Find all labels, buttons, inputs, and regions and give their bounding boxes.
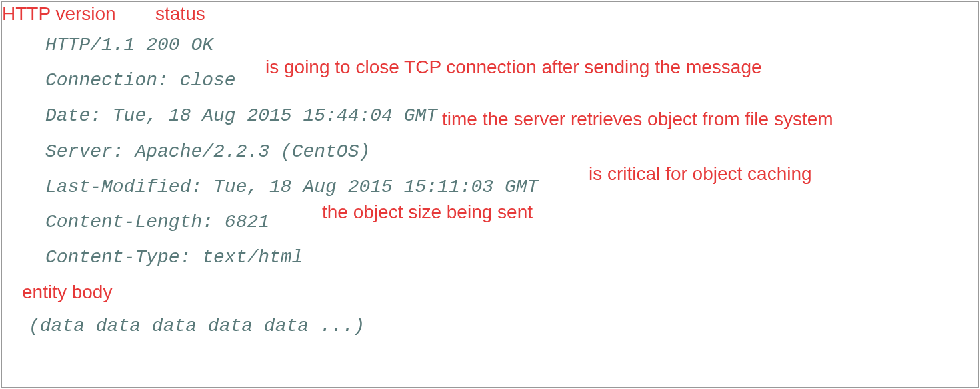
annotation-content-length: the object size being sent xyxy=(322,202,533,223)
annotation-connection: is going to close TCP connection after s… xyxy=(265,57,762,78)
http-last-modified-header: Last-Modified: Tue, 18 Aug 2015 15:11:03… xyxy=(29,169,951,204)
http-entity-body: (data data data data data ...) xyxy=(29,308,951,344)
annotation-entity-body: entity body xyxy=(22,282,112,303)
annotation-status: status xyxy=(155,3,205,25)
annotation-http-version: HTTP version xyxy=(2,3,116,25)
annotation-date: time the server retrieves object from fi… xyxy=(442,109,833,130)
http-server-header: Server: Apache/2.2.3 (CentOS) xyxy=(29,134,951,169)
http-response-diagram: HTTP version status is going to close TC… xyxy=(1,1,979,388)
http-content-type-header: Content-Type: text/html xyxy=(29,240,951,275)
annotation-last-modified: is critical for object caching xyxy=(589,163,812,185)
